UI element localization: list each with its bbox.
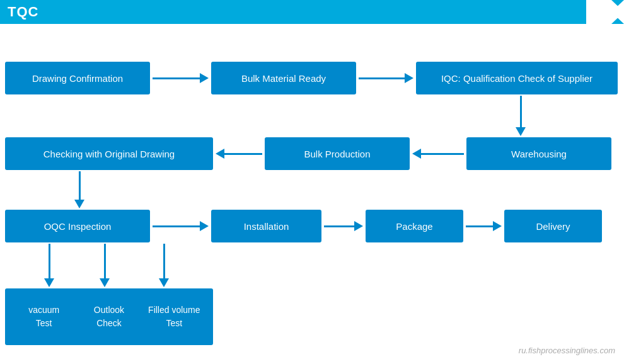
box-bottom-tests: vacuum Test Outlook Check Filled volume …: [5, 288, 213, 345]
arrow-oqc-down-1: [44, 243, 54, 287]
arrow-r2-2: [214, 149, 263, 159]
svg-marker-0: [586, 0, 624, 24]
arrow-r3-1: [151, 221, 209, 231]
box-installation: Installation: [211, 210, 321, 242]
vacuum-test-label: vacuum Test: [11, 304, 76, 330]
arrow-oqc-down-3: [159, 243, 169, 287]
outlook-check-label: Outlook Check: [76, 304, 141, 330]
box-delivery: Delivery: [504, 210, 602, 242]
arrow-iqc-down: [516, 95, 526, 136]
header: TQC: [0, 0, 624, 24]
header-title: TQC: [0, 4, 38, 20]
content-area: Drawing Confirmation Bulk Material Ready…: [0, 24, 624, 364]
watermark: ru.fishprocessinglines.com: [519, 346, 615, 355]
arrow-r3-2: [323, 221, 364, 231]
box-bulk-material: Bulk Material Ready: [211, 62, 356, 94]
box-iqc: IQC: Qualification Check of Supplier: [416, 62, 618, 94]
arrow-r1-2: [357, 73, 414, 83]
arrow-r2-1: [411, 149, 465, 159]
filled-volume-test-label: Filled volume Test: [142, 304, 207, 330]
box-bulk-production: Bulk Production: [265, 137, 410, 170]
box-drawing-confirmation: Drawing Confirmation: [5, 62, 150, 94]
arrow-check-down: [74, 171, 84, 208]
arrow-r1-1: [151, 73, 209, 83]
box-package: Package: [366, 210, 463, 242]
header-arrow-icon: [586, 0, 624, 24]
box-warehousing: Warehousing: [466, 137, 611, 170]
arrow-oqc-down-2: [100, 243, 110, 287]
box-oqc-inspection: OQC Inspection: [5, 210, 150, 242]
box-checking-original: Checking with Original Drawing: [5, 137, 213, 170]
arrow-r3-3: [465, 221, 502, 231]
